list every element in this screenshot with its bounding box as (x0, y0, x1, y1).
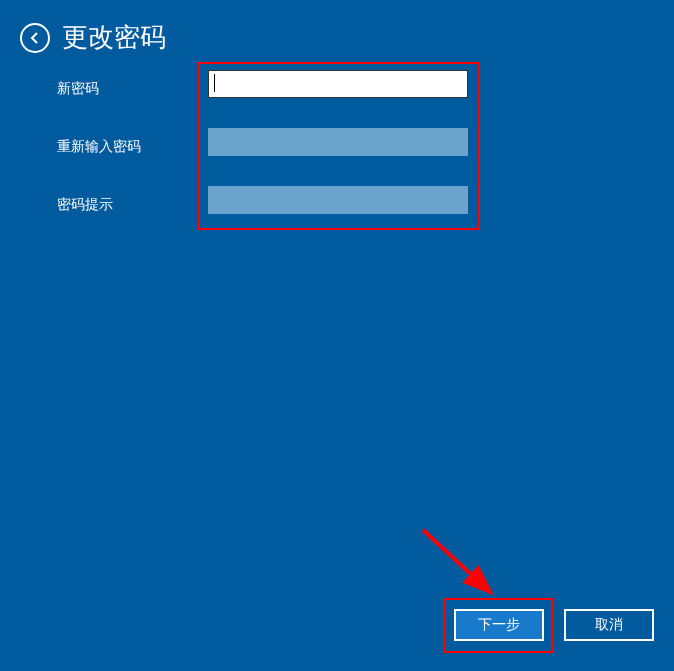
form-highlight-box (198, 62, 480, 230)
arrow-left-icon (27, 30, 43, 46)
svg-line-1 (423, 530, 488, 590)
new-password-input[interactable] (208, 70, 468, 98)
reenter-password-input[interactable] (208, 128, 468, 156)
page-title: 更改密码 (62, 20, 166, 55)
password-hint-input[interactable] (208, 186, 468, 214)
password-hint-label: 密码提示 (57, 196, 113, 214)
new-password-label: 新密码 (57, 80, 99, 98)
cancel-button[interactable]: 取消 (564, 609, 654, 641)
next-button[interactable]: 下一步 (454, 609, 544, 641)
text-cursor (214, 74, 215, 92)
reenter-password-label: 重新输入密码 (57, 138, 141, 156)
annotation-arrow-icon (413, 520, 533, 610)
back-button[interactable] (20, 23, 50, 53)
